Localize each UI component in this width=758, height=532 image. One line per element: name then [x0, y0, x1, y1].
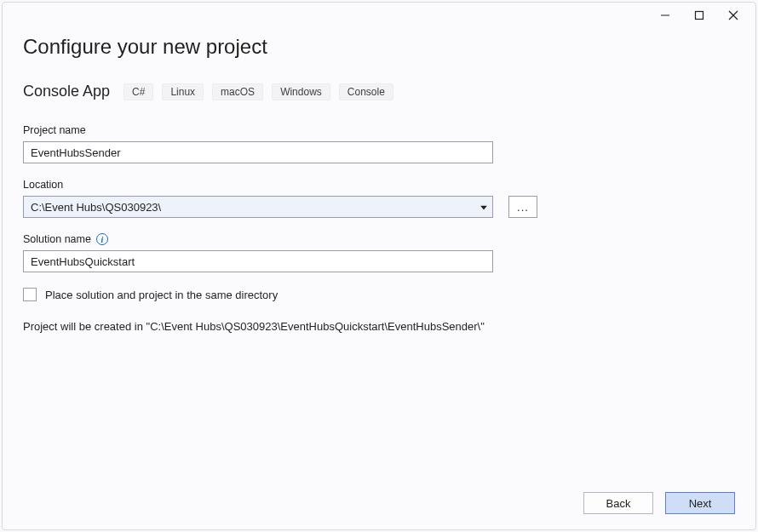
- same-directory-checkbox-row[interactable]: Place solution and project in the same d…: [23, 288, 735, 301]
- maximize-icon: [694, 10, 704, 20]
- info-icon[interactable]: i: [96, 233, 108, 245]
- svg-marker-4: [480, 206, 487, 210]
- project-name-label: Project name: [23, 124, 735, 136]
- project-name-field: Project name: [23, 124, 735, 163]
- tag: C#: [123, 83, 153, 100]
- page-title: Configure your new project: [23, 35, 735, 59]
- next-button-label: Next: [689, 497, 712, 510]
- location-field: Location C:\Event Hubs\QS030923\ ...: [23, 179, 735, 218]
- path-preview-text: Project will be created in "C:\Event Hub…: [23, 320, 735, 333]
- location-label: Location: [23, 179, 735, 191]
- close-button[interactable]: [716, 4, 750, 26]
- tag: Linux: [162, 83, 204, 100]
- dialog-window: Configure your new project Console App C…: [2, 2, 756, 530]
- template-name: Console App: [23, 83, 110, 100]
- svg-rect-1: [696, 12, 703, 20]
- solution-name-field: Solution name i: [23, 233, 735, 272]
- browse-label: ...: [517, 201, 529, 214]
- solution-name-label-text: Solution name: [23, 233, 91, 245]
- location-combobox[interactable]: C:\Event Hubs\QS030923\: [23, 196, 493, 218]
- window-titlebar: [3, 3, 755, 28]
- next-button[interactable]: Next: [665, 492, 735, 514]
- template-header-row: Console App C# Linux macOS Windows Conso…: [23, 83, 735, 100]
- tag: Console: [339, 83, 393, 100]
- tag: macOS: [212, 83, 263, 100]
- maximize-button[interactable]: [682, 4, 716, 26]
- location-value: C:\Event Hubs\QS030923\: [31, 201, 161, 214]
- close-icon: [728, 10, 738, 20]
- same-directory-label: Place solution and project in the same d…: [45, 289, 278, 301]
- browse-button[interactable]: ...: [508, 196, 537, 218]
- minimize-icon: [660, 10, 670, 20]
- dialog-footer: Back Next: [583, 492, 735, 514]
- chevron-down-icon: [480, 201, 487, 214]
- dialog-content: Configure your new project Console App C…: [3, 28, 755, 529]
- back-button[interactable]: Back: [583, 492, 653, 514]
- tag: Windows: [272, 83, 330, 100]
- solution-name-input[interactable]: [23, 250, 493, 272]
- solution-name-label: Solution name i: [23, 233, 735, 245]
- project-name-input[interactable]: [23, 141, 493, 163]
- back-button-label: Back: [606, 497, 631, 510]
- template-tags: C# Linux macOS Windows Console: [123, 83, 393, 100]
- minimize-button[interactable]: [648, 4, 682, 26]
- same-directory-checkbox[interactable]: [23, 288, 37, 301]
